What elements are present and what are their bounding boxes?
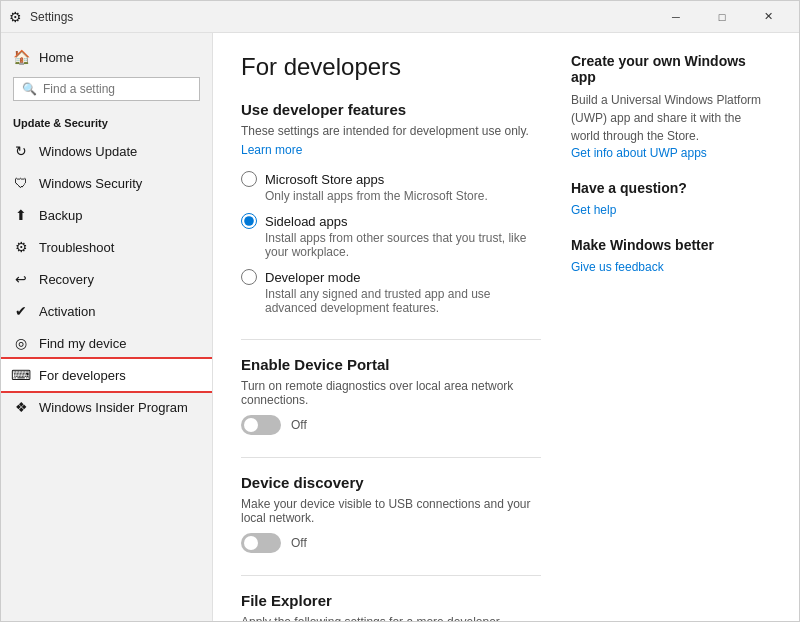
learn-more-link[interactable]: Learn more (241, 143, 302, 157)
content-main: For developers Use developer features Th… (241, 53, 541, 601)
radio-microsoft-store[interactable] (241, 171, 257, 187)
device-discovery-toggle-row: Off (241, 533, 541, 553)
section-divider-2 (241, 457, 541, 458)
titlebar-controls: ─ □ ✕ (653, 1, 791, 33)
sidebar-item-troubleshoot[interactable]: ⚙ Troubleshoot (1, 231, 212, 263)
titlebar-title: Settings (30, 10, 73, 24)
for-developers-icon: ⌨ (13, 367, 29, 383)
titlebar-left: ⚙ Settings (9, 9, 73, 25)
titlebar: ⚙ Settings ─ □ ✕ (1, 1, 799, 33)
right-panel: Create your own Windows app Build a Univ… (571, 53, 771, 601)
device-portal-toggle-row: Off (241, 415, 541, 435)
radio-desc-developer-mode: Install any signed and trusted app and u… (241, 287, 541, 315)
right-card-feedback-link[interactable]: Give us feedback (571, 260, 664, 274)
radio-row: Developer mode (241, 269, 541, 285)
sidebar-item-windows-update[interactable]: ↻ Windows Update (1, 135, 212, 167)
right-card-uwp-title: Create your own Windows app (571, 53, 771, 85)
developer-features-description: These settings are intended for developm… (241, 124, 541, 138)
right-card-question-title: Have a question? (571, 180, 771, 196)
radio-label-developer-mode: Developer mode (265, 270, 360, 285)
radio-row: Microsoft Store apps (241, 171, 541, 187)
device-portal-heading: Enable Device Portal (241, 356, 541, 373)
sidebar-item-label: Windows Security (39, 176, 142, 191)
section-divider-1 (241, 339, 541, 340)
minimize-button[interactable]: ─ (653, 1, 699, 33)
sidebar-item-for-developers[interactable]: ⌨ For developers (1, 359, 212, 391)
content-area: For developers Use developer features Th… (213, 33, 799, 621)
radio-desc-sideload: Install apps from other sources that you… (241, 231, 541, 259)
radio-label-sideload: Sideload apps (265, 214, 347, 229)
file-explorer-description: Apply the following settings for a more … (241, 615, 541, 621)
troubleshoot-icon: ⚙ (13, 239, 29, 255)
radio-row: Sideload apps (241, 213, 541, 229)
sidebar-item-label: Windows Update (39, 144, 137, 159)
close-button[interactable]: ✕ (745, 1, 791, 33)
sidebar-item-find-my-device[interactable]: ◎ Find my device (1, 327, 212, 359)
sidebar-item-label: Troubleshoot (39, 240, 114, 255)
right-card-question-link[interactable]: Get help (571, 203, 616, 217)
right-card-question: Have a question? Get help (571, 180, 771, 217)
developer-features-heading: Use developer features (241, 101, 541, 118)
windows-insider-icon: ❖ (13, 399, 29, 415)
sidebar-search-container[interactable]: 🔍 (13, 77, 200, 101)
right-card-feedback: Make Windows better Give us feedback (571, 237, 771, 274)
backup-icon: ⬆ (13, 207, 29, 223)
radio-developer-mode[interactable] (241, 269, 257, 285)
section-divider-3 (241, 575, 541, 576)
radio-sideload-apps[interactable] (241, 213, 257, 229)
file-explorer-section: File Explorer Apply the following settin… (241, 592, 541, 621)
device-discovery-toggle-label: Off (291, 536, 307, 550)
sidebar: 🏠 Home 🔍 Update & Security ↻ Windows Upd… (1, 33, 213, 621)
device-portal-toggle-label: Off (291, 418, 307, 432)
sidebar-item-windows-security[interactable]: 🛡 Windows Security (1, 167, 212, 199)
radio-desc-microsoft-store: Only install apps from the Microsoft Sto… (241, 189, 541, 203)
device-discovery-section: Device discovery Make your device visibl… (241, 474, 541, 553)
search-icon: 🔍 (22, 82, 37, 96)
sidebar-item-label: For developers (39, 368, 126, 383)
radio-item-sideload: Sideload apps Install apps from other so… (241, 213, 541, 259)
search-input[interactable] (43, 82, 191, 96)
find-my-device-icon: ◎ (13, 335, 29, 351)
right-card-feedback-title: Make Windows better (571, 237, 771, 253)
settings-window: ⚙ Settings ─ □ ✕ 🏠 Home 🔍 Update & Secur… (0, 0, 800, 622)
device-portal-toggle[interactable] (241, 415, 281, 435)
windows-security-icon: 🛡 (13, 175, 29, 191)
device-discovery-toggle[interactable] (241, 533, 281, 553)
settings-icon: ⚙ (9, 9, 22, 25)
radio-item-microsoft-store: Microsoft Store apps Only install apps f… (241, 171, 541, 203)
home-icon: 🏠 (13, 49, 29, 65)
device-portal-section: Enable Device Portal Turn on remote diag… (241, 356, 541, 435)
sidebar-item-label: Recovery (39, 272, 94, 287)
sidebar-item-windows-insider[interactable]: ❖ Windows Insider Program (1, 391, 212, 423)
windows-update-icon: ↻ (13, 143, 29, 159)
radio-label-microsoft-store: Microsoft Store apps (265, 172, 384, 187)
right-card-uwp: Create your own Windows app Build a Univ… (571, 53, 771, 160)
sidebar-item-label: Windows Insider Program (39, 400, 188, 415)
sidebar-item-label: Activation (39, 304, 95, 319)
activation-icon: ✔ (13, 303, 29, 319)
file-explorer-heading: File Explorer (241, 592, 541, 609)
maximize-button[interactable]: □ (699, 1, 745, 33)
main-content: 🏠 Home 🔍 Update & Security ↻ Windows Upd… (1, 33, 799, 621)
sidebar-item-backup[interactable]: ⬆ Backup (1, 199, 212, 231)
recovery-icon: ↩ (13, 271, 29, 287)
developer-features-section: Use developer features These settings ar… (241, 101, 541, 315)
sidebar-section-title: Update & Security (1, 113, 212, 135)
right-card-uwp-text: Build a Universal Windows Platform (UWP)… (571, 91, 771, 145)
sidebar-item-recovery[interactable]: ↩ Recovery (1, 263, 212, 295)
page-title: For developers (241, 53, 541, 81)
radio-item-developer-mode: Developer mode Install any signed and tr… (241, 269, 541, 315)
sidebar-item-home[interactable]: 🏠 Home (1, 41, 212, 73)
device-portal-description: Turn on remote diagnostics over local ar… (241, 379, 541, 407)
sidebar-item-activation[interactable]: ✔ Activation (1, 295, 212, 327)
sidebar-home-label: Home (39, 50, 74, 65)
device-discovery-description: Make your device visible to USB connecti… (241, 497, 541, 525)
sidebar-item-label: Backup (39, 208, 82, 223)
device-discovery-heading: Device discovery (241, 474, 541, 491)
right-card-uwp-link[interactable]: Get info about UWP apps (571, 146, 707, 160)
sidebar-item-label: Find my device (39, 336, 126, 351)
radio-group-developer: Microsoft Store apps Only install apps f… (241, 171, 541, 315)
